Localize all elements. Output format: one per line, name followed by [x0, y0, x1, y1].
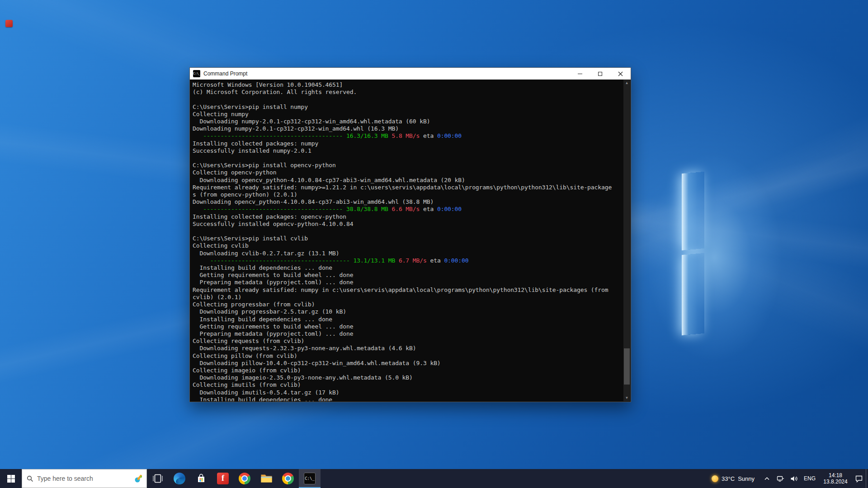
terminal-line: Downloading opencv_python-4.10.0.84-cp37… [193, 198, 623, 206]
terminal-line: Collecting imutils (from cvlib) [193, 381, 623, 389]
terminal-line [193, 96, 623, 103]
window-title: Command Prompt [203, 70, 570, 77]
terminal-line: Downloading imutils-0.5.4.tar.gz (17 kB) [193, 389, 623, 396]
command-prompt-window: C:\_ Command Prompt Microsoft Windows [V… [189, 67, 631, 402]
command-prompt-icon: C:\_ [193, 70, 200, 77]
windows-logo-icon [7, 475, 15, 483]
scroll-up-arrow[interactable]: ▲ [623, 80, 630, 86]
terminal-line: ----------------------------------------… [193, 206, 623, 213]
command-prompt-taskbar-icon: C:\_ [304, 473, 316, 484]
scroll-down-arrow[interactable]: ▼ [623, 394, 630, 401]
volume-icon [790, 475, 798, 482]
terminal-line: Downloading numpy-2.0.1-cp312-cp312-win_… [193, 125, 623, 132]
search-input[interactable] [37, 475, 134, 482]
terminal-output[interactable]: Microsoft Windows [Version 10.0.19045.46… [190, 80, 623, 401]
terminal-line: Downloading opencv_python-4.10.0.84-cp37… [193, 177, 623, 184]
terminal-line: Collecting opencv-python [193, 169, 623, 176]
terminal-line [193, 155, 623, 162]
terminal-line: ----------------------------------------… [193, 257, 623, 264]
terminal-line: Downloading numpy-2.0.1-cp312-cp312-win_… [193, 118, 623, 125]
taskbar-command-prompt-button[interactable]: C:\_ [299, 469, 321, 488]
chrome-icon [239, 473, 250, 484]
task-view-button[interactable] [147, 469, 169, 488]
terminal-line: Installing build dependencies ... done [193, 316, 623, 323]
terminal-line: C:\Users\Servis>pip install cvlib [193, 235, 623, 242]
close-button[interactable] [610, 68, 631, 80]
hidden-icons-chevron[interactable] [760, 469, 774, 488]
terminal-line: (c) Microsoft Corporation. All rights re… [193, 89, 623, 96]
edge-icon [174, 473, 185, 484]
terminal-line: cvlib) (2.0.1) [193, 294, 623, 301]
language-indicator[interactable]: ENG [801, 469, 819, 488]
taskbar: f C:\_ 33°C Sunny [0, 469, 868, 488]
terminal-line: Getting requirements to build wheel ... … [193, 323, 623, 330]
terminal-line: Getting requirements to build wheel ... … [193, 272, 623, 279]
taskbar-store-button[interactable] [190, 469, 212, 488]
terminal-scrollbar[interactable]: ▲ ▼ [623, 80, 630, 401]
search-highlights-icon[interactable] [134, 474, 144, 483]
action-center-button[interactable] [852, 469, 866, 488]
terminal-line: Installing collected packages: opencv-py… [193, 213, 623, 221]
clock-date: 13.8.2024 [823, 479, 847, 485]
weather-widget[interactable]: 33°C Sunny [706, 469, 760, 488]
show-desktop-strip[interactable] [866, 469, 868, 488]
file-explorer-icon [260, 473, 273, 484]
taskbar-chrome-2-button[interactable] [277, 469, 299, 488]
terminal-line: Collecting progressbar (from cvlib) [193, 301, 623, 308]
terminal-line: Installing build dependencies ... done [193, 396, 623, 401]
terminal-line: Installing build dependencies ... done [193, 264, 623, 272]
network-icon [777, 475, 784, 482]
terminal-line: Installing collected packages: numpy [193, 140, 623, 147]
wallpaper-glow [646, 154, 782, 361]
window-titlebar[interactable]: C:\_ Command Prompt [190, 68, 631, 80]
taskbar-edge-button[interactable] [169, 469, 190, 488]
terminal-line: Successfully installed numpy-2.0.1 [193, 147, 623, 155]
search-icon [27, 475, 33, 482]
terminal-line: Microsoft Windows [Version 10.0.19045.46… [193, 81, 623, 89]
terminal-line: C:\Users\Servis>pip install numpy [193, 103, 623, 111]
minimize-button[interactable] [570, 68, 590, 80]
terminal-line: ----------------------------------------… [193, 132, 623, 140]
wallpaper-window-pane [682, 253, 704, 335]
desktop-shortcut-icon[interactable] [5, 20, 13, 27]
store-icon [195, 473, 207, 484]
desktop[interactable]: C:\_ Command Prompt Microsoft Windows [V… [0, 0, 868, 488]
maximize-button[interactable] [590, 68, 610, 80]
clock-time: 14:18 [829, 472, 842, 479]
minimize-icon [578, 74, 582, 74]
sun-icon [712, 475, 718, 482]
weather-condition: Sunny [738, 475, 755, 482]
terminal-line: Downloading requests-2.32.3-py3-none-any… [193, 345, 623, 352]
terminal-line: Preparing metadata (pyproject.toml) ... … [193, 330, 623, 338]
close-icon [618, 71, 623, 76]
window-controls [570, 68, 631, 80]
action-center-icon [855, 475, 863, 483]
weather-temp: 33°C [722, 475, 735, 482]
taskbar-file-explorer-button[interactable] [255, 469, 277, 488]
terminal-line: Successfully installed opencv-python-4.1… [193, 221, 623, 228]
taskbar-chrome-button[interactable] [234, 469, 255, 488]
taskbar-spacer [321, 469, 706, 488]
clock[interactable]: 14:18 13.8.2024 [819, 469, 852, 488]
chevron-up-icon [764, 476, 770, 481]
taskbar-app-f-button[interactable]: f [212, 469, 234, 488]
volume-tray-button[interactable] [787, 469, 801, 488]
app-f-icon: f [217, 473, 229, 484]
wallpaper-window-pane [682, 172, 704, 250]
terminal-line: Collecting pillow (from cvlib) [193, 352, 623, 360]
terminal-line: C:\Users\Servis>pip install opencv-pytho… [193, 162, 623, 169]
scrollbar-thumb[interactable] [624, 348, 630, 385]
start-button[interactable] [0, 469, 22, 488]
terminal-line [193, 228, 623, 235]
search-box[interactable] [22, 469, 147, 488]
chrome-icon-2 [282, 473, 294, 484]
terminal-line: Collecting imageio (from cvlib) [193, 367, 623, 374]
terminal-line: Downloading pillow-10.4.0-cp312-cp312-wi… [193, 360, 623, 367]
terminal-line: Collecting requests (from cvlib) [193, 338, 623, 345]
task-view-icon [152, 473, 164, 484]
terminal-line: Preparing metadata (pyproject.toml) ... … [193, 279, 623, 286]
network-tray-button[interactable] [774, 469, 787, 488]
terminal-line: Downloading cvlib-0.2.7.tar.gz (13.1 MB) [193, 250, 623, 257]
terminal-line: Requirement already satisfied: numpy>=1.… [193, 184, 623, 191]
terminal-line: Downloading imageio-2.35.0-py3-none-any.… [193, 374, 623, 381]
